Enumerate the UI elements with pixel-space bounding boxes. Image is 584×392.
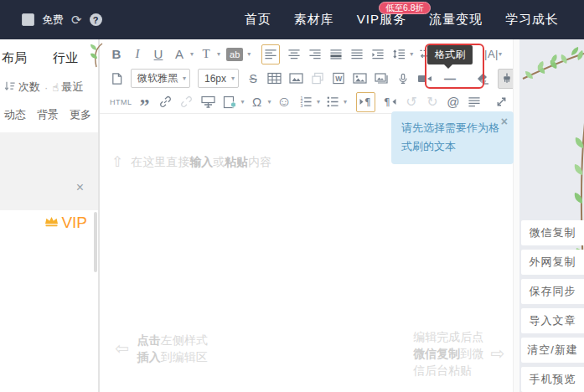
blockquote-button[interactable]: ” [138,90,152,114]
divider-style-button[interactable] [223,94,237,111]
clear-new-button[interactable]: 清空/新建 [521,338,584,363]
free-checkbox[interactable] [22,13,34,26]
save-sync-button[interactable]: 保存同步 [521,279,584,304]
divider-caret-icon[interactable]: ▾ [241,98,245,106]
underline-button[interactable]: U [152,46,165,63]
table-button[interactable] [267,70,282,87]
help-icon[interactable]: ? [90,13,102,26]
external-copy-button[interactable]: 外网复制 [521,250,584,275]
line-height-caret-icon[interactable]: ▾ [410,50,413,58]
copy-content-icon[interactable] [311,70,324,87]
audio-record-button[interactable] [396,70,410,87]
arrow-right-icon: ⇨ [490,345,504,362]
text-transform-caret-icon[interactable]: ▾ [217,50,220,58]
font-family-value: 微软雅黑 [137,71,178,85]
align-justify-button[interactable] [350,46,364,63]
tab-industry[interactable]: 行业 [53,50,78,66]
nav-learning[interactable]: 学习成长 [505,12,559,28]
recent-hand-icon: ☝ [52,81,59,94]
vip-discount-badge: 低至6.8折 [379,2,431,14]
collapsed-preview-panel: × [0,132,98,210]
video-button[interactable] [417,70,432,87]
sort-desc-icon[interactable] [3,80,16,95]
editor-panel: B I U A▾ T▾ ab▾ ▾ ▾ |A|▾ 微软雅黑▾ 16px [99,39,519,392]
sort-count-label[interactable]: 次数 [18,80,40,95]
align-center-button[interactable] [287,46,301,63]
text-over-image-button[interactable] [201,94,215,111]
horizontal-rule-button[interactable]: — [443,70,457,87]
branch-decoration-top-icon [519,44,584,95]
action-sidebar: 微信复制 外网复制 保存同步 导入文章 清空/新建 手机预览 [519,39,584,392]
vip-section-label[interactable]: VIP [44,214,87,232]
format-painter-notice: × 请先选择需要作为格式刷的文本 [391,111,514,164]
svg-text:3: 3 [300,103,302,108]
panel-close-icon[interactable]: × [76,181,84,194]
toolbar-row-3: HTML ” ▾ Ω▾ ☺ 123▾ ▾ ¶ ¶ ↺ ↻ @ [110,90,508,113]
sort-recent-label[interactable]: 最近 [61,80,83,95]
top-navbar: 免费 ⟳ ? 首页 素材库 VIP服务 流量变现 学习成长 低至6.8折 [0,0,584,39]
char-count-button[interactable]: |A| [484,46,499,63]
link-more[interactable]: 更多 [70,107,91,122]
leaf-decoration-icon [89,42,107,74]
highlight-color-button[interactable]: ab [226,48,243,61]
hint-insert-styles: ⇦ 点击左侧样式插入到编辑区 [115,332,208,365]
undo-button[interactable]: ↺ [405,94,418,111]
font-color-caret-icon[interactable]: ▾ [190,50,194,58]
unordered-list-caret-icon[interactable]: ▾ [344,98,347,106]
strikethrough-button[interactable]: S [246,70,260,87]
refresh-icon[interactable]: ⟳ [71,13,82,26]
font-size-select[interactable]: 16px▾ [198,69,239,88]
char-count-caret-icon[interactable]: ▾ [499,50,502,58]
word-import-button[interactable]: W [332,70,345,87]
html-source-button[interactable]: HTML [110,94,132,111]
rtl-direction-button[interactable]: ¶ [383,94,397,111]
bold-button[interactable]: B [110,46,123,63]
unordered-list-button[interactable] [326,94,339,111]
dot-separator: · [44,81,48,94]
nav-material-library[interactable]: 素材库 [294,12,334,28]
ordered-list-button[interactable]: 123 [299,94,313,111]
align-both-button[interactable] [329,46,343,63]
font-family-select[interactable]: 微软雅黑▾ [131,69,190,88]
import-article-button[interactable]: 导入文章 [521,308,584,333]
align-right-button[interactable] [308,46,322,63]
find-replace-button[interactable]: @ [447,94,460,111]
font-color-button[interactable]: A [173,46,186,63]
ltr-direction-button[interactable]: ¶ [356,92,375,112]
emoji-button[interactable]: ☺ [277,94,292,111]
sidebar-scrollbar[interactable] [94,212,97,272]
nav-home[interactable]: 首页 [245,12,271,28]
link-dynamic[interactable]: 动态 [4,107,26,122]
link-button[interactable] [159,94,173,111]
svg-text:¶: ¶ [384,96,390,108]
new-document-icon[interactable] [110,70,123,87]
image-button[interactable] [353,70,367,87]
highlight-caret-icon[interactable]: ▾ [247,50,251,58]
ordered-list-caret-icon[interactable]: ▾ [317,98,320,106]
paragraph-format-button[interactable] [468,94,481,111]
tab-layout[interactable]: 布局 [2,50,27,66]
editor-scrollbar[interactable] [513,39,519,392]
special-char-caret-icon[interactable]: ▾ [268,98,271,106]
link-background[interactable]: 背景 [37,107,59,122]
align-left-button[interactable] [261,44,280,64]
image-gallery-button[interactable] [375,70,389,87]
indent-button[interactable] [371,46,385,63]
unlink-button[interactable] [180,94,194,111]
svg-text:¶: ¶ [364,96,371,108]
italic-button[interactable]: I [131,46,144,63]
mobile-preview-button[interactable]: 手机预览 [521,367,584,392]
format-clear-button[interactable] [476,70,490,87]
special-char-button[interactable]: Ω [251,94,264,111]
wechat-copy-button[interactable]: 微信复制 [521,220,584,245]
fullscreen-button[interactable] [494,94,508,111]
slideshow-button[interactable] [289,70,303,87]
notice-close-icon[interactable]: × [501,116,508,127]
nav-traffic-monetize[interactable]: 流量变现 [429,12,483,28]
line-height-button[interactable] [392,46,406,63]
text-transform-button[interactable]: T [199,46,213,63]
redo-button[interactable]: ↻ [426,94,439,111]
font-size-caret-icon: ▾ [231,75,235,82]
hint-left-text: 点击左侧样式插入到编辑区 [137,332,208,365]
toolbar-row-2: 微软雅黑▾ 16px▾ S W — ▾ [110,66,508,90]
